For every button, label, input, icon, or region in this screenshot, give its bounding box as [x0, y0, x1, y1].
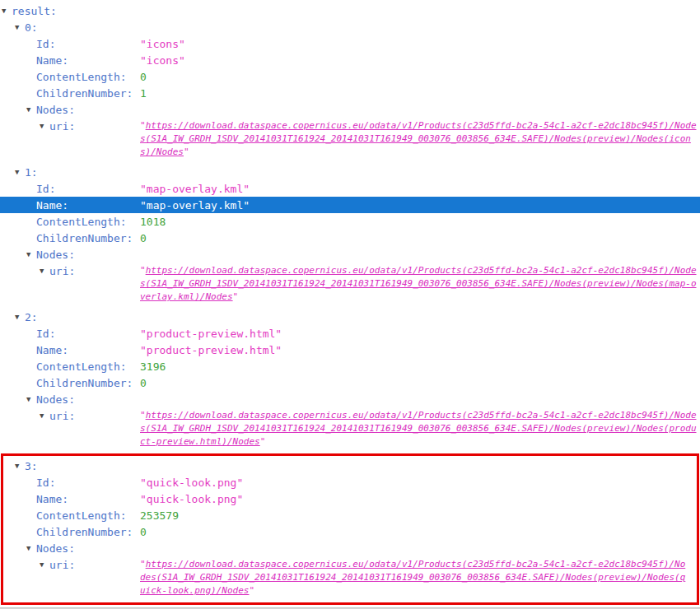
- prop-key: ContentLength:: [36, 360, 127, 373]
- prop-key: Name:: [36, 199, 68, 212]
- tree-node-index-3[interactable]: ▼ 3:: [3, 458, 697, 474]
- chevron-down-icon[interactable]: ▼: [26, 251, 36, 258]
- prop-key: Id:: [36, 38, 55, 50]
- tree-node-nodes-2[interactable]: ▼ Nodes:: [0, 391, 700, 407]
- prop-row-content-length[interactable]: ContentLength: 3196: [0, 358, 700, 374]
- open-quote: ": [140, 410, 146, 421]
- chevron-down-icon[interactable]: ▼: [40, 123, 49, 130]
- open-quote: ": [140, 120, 146, 131]
- prop-row-children-number[interactable]: ChildrenNumber: 0: [3, 523, 697, 540]
- close-quote: ": [249, 585, 254, 596]
- prop-row-name[interactable]: Name: "product-preview.html": [0, 342, 700, 358]
- node-uri-link[interactable]: https://download.dataspace.copernicus.eu…: [140, 559, 685, 596]
- prop-key: Name:: [36, 54, 68, 67]
- prop-row-id[interactable]: Id: "map-overlay.kml": [0, 180, 700, 197]
- prop-value-id: "product-preview.html": [140, 328, 282, 340]
- node-key-nodes: Nodes:: [36, 249, 75, 261]
- prop-value-children-number: 0: [140, 232, 147, 244]
- uri-value: "https://download.dataspace.copernicus.e…: [140, 407, 697, 449]
- node-uri-link[interactable]: https://download.dataspace.copernicus.eu…: [140, 120, 697, 157]
- chevron-down-icon[interactable]: ▼: [15, 169, 25, 176]
- prop-key: ChildrenNumber:: [36, 377, 133, 389]
- prop-value-children-number: 0: [140, 526, 147, 538]
- prop-key: Id:: [36, 328, 55, 340]
- uri-value: "https://download.dataspace.copernicus.e…: [140, 263, 697, 304]
- node-uri-link[interactable]: https://download.dataspace.copernicus.eu…: [140, 410, 697, 447]
- prop-row-children-number[interactable]: ChildrenNumber: 0: [0, 230, 700, 246]
- prop-key: Name:: [36, 493, 68, 505]
- close-quote: ": [233, 291, 239, 302]
- chevron-down-icon[interactable]: ▼: [15, 463, 25, 470]
- prop-key: Id:: [36, 183, 55, 195]
- tree-node-uri-3[interactable]: ▼ uri: "https://download.dataspace.coper…: [3, 556, 697, 597]
- uri-value: "https://download.dataspace.copernicus.e…: [140, 556, 690, 597]
- tree-node-result[interactable]: ▼ result:: [0, 2, 700, 19]
- prop-row-children-number[interactable]: ChildrenNumber: 0: [0, 374, 700, 391]
- uri-value: "https://download.dataspace.copernicus.e…: [140, 118, 697, 159]
- tree-node-nodes-3[interactable]: ▼ Nodes:: [3, 540, 697, 556]
- node-key-index: 2:: [25, 311, 38, 323]
- json-tree: ▼ result: ▼ 0: Id: "icons" Name: "icons"…: [0, 0, 700, 605]
- tree-node-uri-1[interactable]: ▼ uri: "https://download.dataspace.coper…: [0, 263, 700, 304]
- node-key-index: 3:: [25, 460, 38, 472]
- prop-value-name: "product-preview.html": [140, 344, 282, 356]
- node-uri-link[interactable]: https://download.dataspace.copernicus.eu…: [140, 265, 697, 302]
- prop-value-content-length: 3196: [140, 360, 166, 373]
- close-quote: ": [184, 146, 189, 157]
- prop-value-content-length: 0: [140, 71, 147, 83]
- node-key-index: 1:: [25, 166, 38, 179]
- prop-row-content-length[interactable]: ContentLength: 253579: [3, 507, 697, 523]
- chevron-down-icon[interactable]: ▼: [40, 561, 49, 569]
- tree-item-2: ▼ 2: Id: "product-preview.html" Name: "p…: [0, 309, 700, 449]
- tree-item-0: ▼ 0: Id: "icons" Name: "icons" ContentLe…: [0, 19, 700, 159]
- chevron-down-icon[interactable]: ▼: [2, 7, 12, 15]
- prop-row-content-length[interactable]: ContentLength: 0: [0, 68, 700, 85]
- prop-value-id: "quick-look.png": [140, 477, 243, 489]
- tree-node-uri-2[interactable]: ▼ uri: "https://download.dataspace.coper…: [0, 407, 700, 449]
- prop-row-name[interactable]: Name: "quick-look.png": [3, 490, 697, 507]
- prop-key: ChildrenNumber:: [36, 87, 133, 100]
- chevron-down-icon[interactable]: ▼: [26, 545, 36, 552]
- node-key-uri: uri:: [49, 559, 75, 571]
- chevron-down-icon[interactable]: ▼: [26, 396, 36, 403]
- prop-value-id: "map-overlay.kml": [140, 183, 250, 195]
- node-key-nodes: Nodes:: [36, 104, 75, 116]
- tree-item-1: ▼ 1: Id: "map-overlay.kml" Name: "map-ov…: [0, 164, 700, 304]
- prop-value-children-number: 1: [140, 87, 147, 100]
- node-key-result: result:: [12, 5, 57, 17]
- chevron-down-icon[interactable]: ▼: [15, 24, 25, 31]
- prop-value-name: "map-overlay.kml": [140, 199, 250, 212]
- tree-node-index-2[interactable]: ▼ 2:: [0, 309, 700, 325]
- prop-key: ContentLength:: [36, 216, 127, 228]
- prop-row-children-number[interactable]: ChildrenNumber: 1: [0, 85, 700, 101]
- tree-node-nodes-0[interactable]: ▼ Nodes:: [0, 101, 700, 118]
- close-quote: ": [260, 436, 266, 447]
- prop-row-id[interactable]: Id: "icons": [0, 35, 700, 52]
- tree-node-uri-0[interactable]: ▼ uri: "https://download.dataspace.coper…: [0, 118, 700, 159]
- tree-node-index-1[interactable]: ▼ 1:: [0, 164, 700, 180]
- prop-value-content-length: 1018: [140, 216, 166, 228]
- chevron-down-icon[interactable]: ▼: [40, 267, 49, 275]
- prop-value-id: "icons": [140, 38, 185, 50]
- chevron-down-icon[interactable]: ▼: [26, 106, 36, 114]
- node-key-nodes: Nodes:: [36, 542, 75, 555]
- chevron-down-icon[interactable]: ▼: [40, 412, 49, 420]
- node-key-nodes: Nodes:: [36, 393, 75, 406]
- prop-row-id[interactable]: Id: "product-preview.html": [0, 325, 700, 342]
- tree-node-nodes-1[interactable]: ▼ Nodes:: [0, 246, 700, 263]
- open-quote: ": [140, 559, 146, 569]
- prop-key: ContentLength:: [36, 71, 127, 83]
- node-key-index: 0:: [25, 21, 38, 34]
- prop-key: ChildrenNumber:: [36, 232, 133, 244]
- prop-key: ChildrenNumber:: [36, 526, 133, 538]
- prop-value-name: "icons": [140, 54, 185, 67]
- prop-row-content-length[interactable]: ContentLength: 1018: [0, 213, 700, 230]
- prop-value-name: "quick-look.png": [140, 493, 243, 505]
- prop-key: Id:: [36, 477, 55, 489]
- prop-row-name-selected[interactable]: Name: "map-overlay.kml": [0, 197, 700, 213]
- prop-row-name[interactable]: Name: "icons": [0, 52, 700, 68]
- tree-node-index-0[interactable]: ▼ 0:: [0, 19, 700, 35]
- prop-row-id[interactable]: Id: "quick-look.png": [3, 474, 697, 490]
- chevron-down-icon[interactable]: ▼: [15, 314, 25, 321]
- prop-value-children-number: 0: [140, 377, 147, 389]
